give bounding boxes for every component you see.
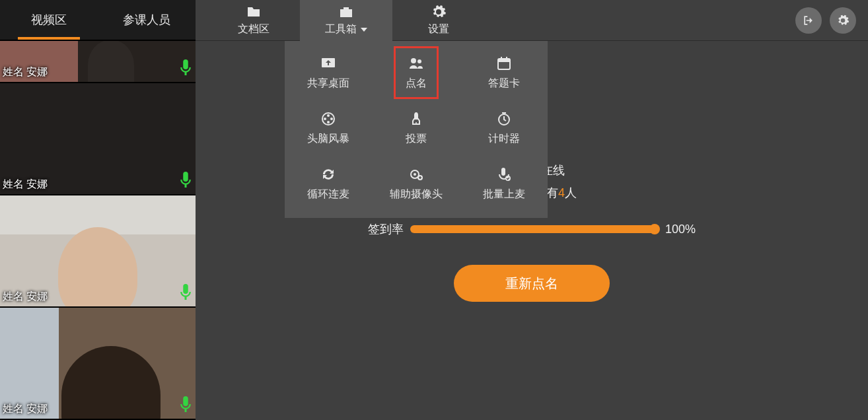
tab-video-area[interactable]: 视频区 [0,0,98,40]
left-panel: 视频区 参课人员 姓名 安娜 姓名 安娜 [0,0,196,420]
folder-icon [246,4,262,20]
svg-rect-13 [501,57,502,60]
svg-rect-0 [183,59,188,69]
top-toolbar: 文档区 工具箱 设置 [196,0,868,41]
svg-rect-22 [502,112,506,114]
tool-timer[interactable]: 计时器 [460,100,548,156]
video-tile[interactable]: 姓名 安娜 [0,195,196,308]
settings-button[interactable]: 设置 [392,0,485,41]
rate-value: 100% [665,223,696,236]
toolbox-button[interactable]: 工具箱 [300,0,392,41]
participant-name: 姓名 安娜 [3,402,48,416]
tool-answer-sheet[interactable]: 答题卡 [460,45,548,100]
left-tabs: 视频区 参课人员 [0,0,196,40]
mic-icon [180,396,192,415]
svg-point-24 [414,173,416,176]
attendance-rate-row: 签到率 100% [368,221,696,237]
refresh-icon [320,166,336,182]
tab-video-label: 视频区 [31,12,67,28]
svg-point-16 [327,114,330,117]
rate-label: 签到率 [368,221,404,237]
tool-label: 头脑风暴 [307,132,349,146]
gear-icon [431,4,447,20]
svg-rect-2 [183,172,188,182]
tab-participants[interactable]: 参课人员 [98,0,196,40]
camera-plus-icon [408,166,424,182]
toolbox-label: 工具箱 [325,22,367,36]
tool-label: 点名 [406,77,427,90]
tool-label: 答题卡 [488,77,520,90]
video-tile[interactable]: 姓名 安娜 [0,83,196,195]
chevron-down-icon [361,28,367,32]
participant-name: 姓名 安娜 [3,178,48,192]
share-icon [320,55,336,71]
video-list: 姓名 安娜 姓名 安娜 姓名 安娜 [0,40,196,420]
exit-button[interactable] [795,7,822,34]
svg-rect-6 [183,396,188,406]
tab-participants-label: 参课人员 [123,12,170,28]
vote-icon [408,111,424,127]
tool-label: 计时器 [488,132,520,146]
svg-rect-12 [498,59,510,62]
exit-icon [802,14,815,27]
gear-icon [836,14,850,27]
tool-aux-camera[interactable]: 辅助摄像头 [373,156,460,211]
attendance-progress-bar [410,225,659,233]
svg-point-20 [416,122,417,123]
tool-cycle-mic[interactable]: 循环连麦 [285,156,373,211]
mic-icon [180,59,192,78]
svg-rect-3 [185,184,187,188]
svg-point-18 [330,118,333,120]
svg-rect-4 [183,284,188,294]
svg-rect-1 [185,72,187,75]
calendar-icon [496,55,512,71]
tool-bulk-mic[interactable]: 批量上麦 [460,156,548,211]
join-count: 4 [558,186,565,199]
clock-icon [496,111,512,127]
mic-icon [180,172,192,190]
svg-point-9 [411,58,416,63]
participant-name: 姓名 安娜 [3,65,48,79]
tool-brainstorm[interactable]: 头脑风暴 [285,100,373,156]
svg-point-17 [324,118,326,120]
tool-label: 投票 [406,132,427,146]
retry-label: 重新点名 [505,276,558,291]
film-icon [320,111,336,127]
participant-name: 姓名 安娜 [3,290,48,304]
tool-share-desktop[interactable]: 共享桌面 [285,45,373,100]
toolbox-icon [338,4,354,20]
settings-label: 设置 [428,22,449,36]
docs-area-button[interactable]: 文档区 [207,0,300,41]
toolbox-dropdown: 共享桌面 点名 答题卡 头脑风暴 投票 计时器 循环连麦 辅助摄像头 [285,41,548,218]
tool-vote[interactable]: 投票 [373,100,460,156]
video-tile[interactable]: 姓名 安娜 [0,41,196,83]
settings-gear-button[interactable] [830,7,856,34]
tool-label: 辅助摄像头 [390,188,443,201]
svg-rect-7 [185,409,187,412]
svg-rect-26 [501,168,505,176]
docs-label: 文档区 [238,22,270,36]
tool-label: 循环连麦 [307,188,349,201]
svg-point-19 [327,121,330,123]
tool-label: 批量上麦 [483,188,525,201]
svg-rect-14 [506,57,507,60]
tool-roll-call[interactable]: 点名 [373,45,460,100]
video-tile[interactable]: 姓名 安娜 [0,308,196,420]
mic-check-icon [496,166,512,182]
svg-point-10 [417,59,421,63]
main-area: 文档区 工具箱 设置 共享桌面 点名 [196,0,868,420]
svg-rect-5 [185,297,187,300]
mic-icon [180,284,192,302]
join-suffix: 人 [565,186,577,199]
tool-label: 共享桌面 [307,77,349,90]
users-icon [408,55,424,71]
retry-rollcall-button[interactable]: 重新点名 [454,265,610,302]
